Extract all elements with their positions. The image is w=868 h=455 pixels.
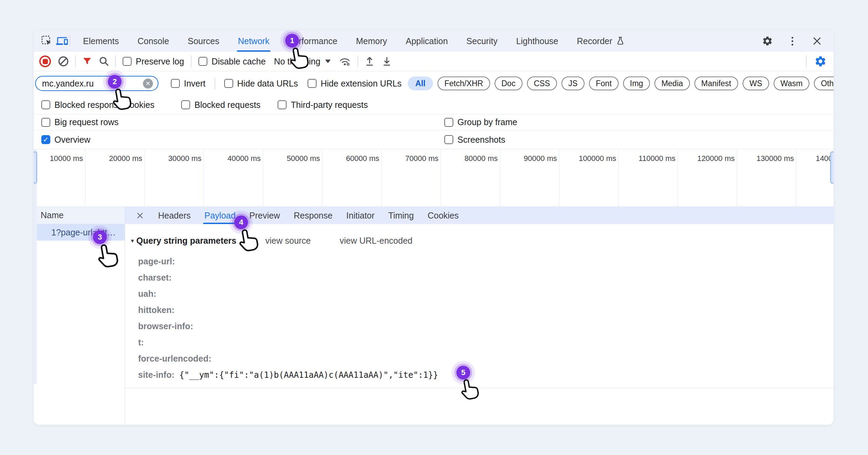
preserve-log-checkbox[interactable]: Preserve log [123, 57, 184, 67]
tab-memory[interactable]: Memory [347, 30, 396, 52]
blocked-options-row: Blocked response cookies Blocked request… [34, 95, 834, 114]
param-row: hittoken: [130, 302, 834, 318]
timeline-tick: 70000 ms [382, 149, 441, 206]
third-party-requests-checkbox[interactable]: Third-party requests [278, 100, 368, 110]
export-har-icon[interactable] [382, 56, 392, 67]
tab-network[interactable]: Network [229, 30, 279, 52]
param-key: charset: [138, 273, 172, 283]
hide-extension-urls-box[interactable] [308, 79, 317, 88]
tab-sources[interactable]: Sources [178, 30, 229, 52]
network-conditions-icon[interactable] [338, 55, 351, 67]
tab-recorder[interactable]: Recorder [568, 30, 634, 52]
chip-doc[interactable]: Doc [495, 77, 523, 90]
disable-cache-label: Disable cache [211, 57, 266, 67]
detail-tab-payload[interactable]: Payload [205, 207, 236, 224]
chip-css[interactable]: CSS [527, 77, 557, 90]
search-icon[interactable] [99, 56, 110, 67]
chip-js[interactable]: JS [561, 77, 585, 90]
blocked-requests-checkbox[interactable]: Blocked requests [181, 100, 260, 110]
view-source-link[interactable]: view source [265, 236, 311, 246]
hide-extension-urls-checkbox[interactable]: Hide extension URLs [308, 79, 402, 89]
rows-options-row: Big request rows Group by frame [34, 114, 834, 130]
preserve-log-box[interactable] [123, 57, 132, 66]
timeline-tick: 110000 ms [619, 149, 678, 206]
chip-media[interactable]: Media [654, 77, 690, 90]
tabbar-right-controls [760, 33, 834, 49]
overview-box-checked[interactable]: ✓ [41, 135, 50, 144]
timeline-tick: 130000 ms [737, 149, 796, 206]
request-row[interactable]: 1?page-url=htt… [34, 224, 125, 241]
view-url-encoded-link[interactable]: view URL-encoded [340, 236, 412, 246]
inspect-icon[interactable] [39, 33, 54, 49]
network-settings-gear-icon[interactable] [814, 55, 827, 68]
detail-tab-response[interactable]: Response [294, 207, 333, 224]
requests-and-details: Name 1?page-url=htt… HeadersPayloadPrevi… [34, 207, 834, 425]
chip-other[interactable]: Other [814, 77, 834, 90]
overview-checkbox[interactable]: ✓ Overview [41, 135, 90, 145]
param-row: page-url: [130, 253, 834, 270]
tab-console[interactable]: Console [128, 30, 178, 52]
detail-tab-preview[interactable]: Preview [249, 207, 280, 224]
tab-elements[interactable]: Elements [74, 30, 128, 52]
filter-input[interactable]: mc.yandex.ru ✕ [35, 76, 158, 91]
disable-cache-box[interactable] [198, 57, 207, 66]
detail-tab-cookies[interactable]: Cookies [427, 207, 458, 224]
filter-bar: mc.yandex.ru ✕ Invert Hide data URLs Hid… [34, 71, 834, 95]
detail-tab-headers[interactable]: Headers [158, 207, 191, 224]
experiment-flask-icon [616, 36, 625, 46]
invert-checkbox[interactable]: Invert [171, 79, 206, 89]
hand-cursor-icon [94, 238, 126, 271]
timeline-tick: 90000 ms [500, 149, 559, 206]
chip-ws[interactable]: WS [743, 77, 769, 90]
tab-lighthouse[interactable]: Lighthouse [507, 30, 567, 52]
network-overview-timeline[interactable]: 10000 ms20000 ms30000 ms40000 ms50000 ms… [34, 149, 834, 207]
detail-tab-timing[interactable]: Timing [388, 207, 414, 224]
timeline-tick: 30000 ms [145, 149, 204, 206]
screenshots-checkbox[interactable]: Screenshots [444, 135, 505, 145]
tab-security[interactable]: Security [457, 30, 507, 52]
chip-fetch-xhr[interactable]: Fetch/XHR [437, 77, 490, 90]
name-column-header[interactable]: Name [34, 207, 125, 224]
hide-data-urls-box[interactable] [224, 79, 233, 88]
chip-font[interactable]: Font [589, 77, 619, 90]
close-detail-icon[interactable] [135, 211, 144, 220]
detail-tab-initiator[interactable]: Initiator [346, 207, 374, 224]
param-row: t: [130, 334, 834, 351]
gear-icon[interactable] [760, 33, 775, 49]
left-scroll-gutter [34, 149, 37, 384]
timeline-ticks: 10000 ms20000 ms30000 ms40000 ms50000 ms… [34, 149, 834, 206]
tab-application[interactable]: Application [396, 30, 457, 52]
timeline-tick: 40000 ms [204, 149, 263, 206]
record-network-log-icon[interactable] [39, 55, 51, 67]
import-har-icon[interactable] [364, 56, 375, 67]
detail-tabbar: HeadersPayloadPreviewResponseInitiatorTi… [125, 207, 834, 224]
hide-data-urls-checkbox[interactable]: Hide data URLs [224, 79, 298, 89]
invert-box[interactable] [171, 79, 180, 88]
triangle-down-icon[interactable]: ▼ [130, 238, 135, 244]
group-by-frame-checkbox[interactable]: Group by frame [444, 117, 517, 127]
chip-wasm[interactable]: Wasm [774, 77, 809, 90]
section-title: Query string parameters [136, 236, 236, 246]
device-toolbar-icon[interactable] [54, 33, 70, 49]
param-row: charset: [130, 270, 834, 286]
hand-cursor-icon [286, 42, 316, 72]
disable-cache-checkbox[interactable]: Disable cache [198, 57, 266, 67]
overview-right-handle[interactable] [830, 151, 834, 184]
timeline-tick: 140000 ms [796, 149, 834, 206]
request-rows: 1?page-url=htt… [34, 224, 125, 241]
chip-img[interactable]: Img [623, 77, 650, 90]
preserve-log-label: Preserve log [136, 57, 184, 67]
clear-network-log-icon[interactable] [58, 56, 69, 67]
filter-icon[interactable] [82, 56, 92, 67]
chip-manifest[interactable]: Manifest [694, 77, 738, 90]
chip-all[interactable]: All [408, 77, 433, 90]
param-key: uah: [138, 289, 156, 299]
clear-filter-icon[interactable]: ✕ [143, 79, 153, 89]
close-icon[interactable] [809, 33, 825, 49]
devtools-tabbar: ElementsConsoleSourcesNetworkPerformance… [34, 30, 834, 52]
timeline-tick: 50000 ms [263, 149, 322, 206]
big-request-rows-checkbox[interactable]: Big request rows [41, 117, 118, 127]
kebab-menu-icon[interactable] [785, 33, 800, 49]
param-key: browser-info: [138, 321, 193, 331]
overview-left-handle[interactable] [34, 151, 37, 184]
